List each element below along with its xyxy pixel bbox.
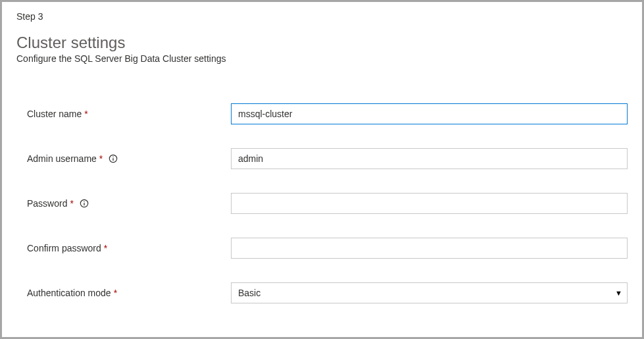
info-icon[interactable] xyxy=(79,198,89,209)
form-area: Cluster name * Admin username * xyxy=(16,103,628,303)
auth-mode-select-wrap[interactable]: Basic ▼ xyxy=(231,282,628,303)
input-col-auth-mode: Basic ▼ xyxy=(231,282,628,303)
svg-point-5 xyxy=(84,201,84,202)
info-icon[interactable] xyxy=(108,153,118,164)
step-label: Step 3 xyxy=(16,11,628,22)
content-area: Step 3 Cluster settings Configure the SQ… xyxy=(2,2,642,303)
page-subtitle: Configure the SQL Server Big Data Cluste… xyxy=(16,53,628,64)
page-title: Cluster settings xyxy=(16,34,628,52)
password-input[interactable] xyxy=(231,193,628,214)
row-auth-mode: Authentication mode * Basic ▼ xyxy=(27,282,628,303)
cluster-name-label-text: Cluster name xyxy=(27,109,82,119)
label-auth-mode: Authentication mode * xyxy=(27,288,231,298)
input-col-confirm-password xyxy=(231,238,628,259)
wizard-panel: Step 3 Cluster settings Configure the SQ… xyxy=(0,0,644,339)
admin-username-label-text: Admin username xyxy=(27,153,97,164)
password-label-text: Password xyxy=(27,198,67,209)
label-cluster-name: Cluster name * xyxy=(27,109,231,119)
input-col-admin-username xyxy=(231,148,628,169)
cluster-name-input[interactable] xyxy=(231,103,628,124)
auth-mode-label-text: Authentication mode xyxy=(27,288,111,298)
admin-username-input[interactable] xyxy=(231,148,628,169)
row-confirm-password: Confirm password * xyxy=(27,238,628,259)
required-marker: * xyxy=(104,243,107,253)
confirm-password-input[interactable] xyxy=(231,238,628,259)
input-col-cluster-name xyxy=(231,103,628,124)
row-password: Password * xyxy=(27,193,628,214)
required-marker: * xyxy=(114,288,117,298)
label-confirm-password: Confirm password * xyxy=(27,243,231,253)
auth-mode-select[interactable]: Basic xyxy=(231,282,628,303)
row-admin-username: Admin username * xyxy=(27,148,628,169)
label-password: Password * xyxy=(27,198,231,209)
confirm-password-label-text: Confirm password xyxy=(27,243,101,253)
label-admin-username: Admin username * xyxy=(27,153,231,164)
required-marker: * xyxy=(84,109,87,119)
row-cluster-name: Cluster name * xyxy=(27,103,628,124)
input-col-password xyxy=(231,193,628,214)
required-marker: * xyxy=(70,198,73,209)
required-marker: * xyxy=(99,153,103,164)
svg-point-2 xyxy=(113,157,114,157)
